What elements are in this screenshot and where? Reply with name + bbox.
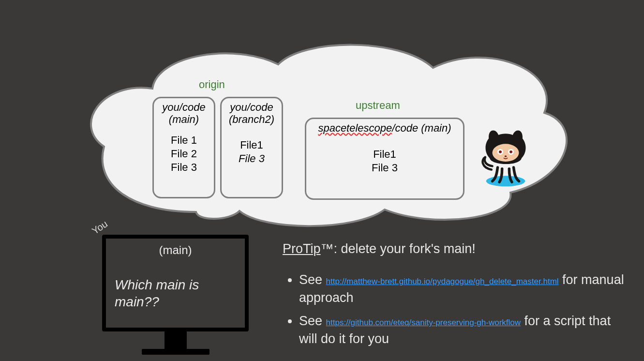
svg-point-4 [499, 150, 502, 153]
origin-label: origin [199, 78, 225, 91]
file-item: File 3 [224, 152, 280, 165]
protip-bullets: See http://matthew-brett.github.io/pydag… [283, 271, 631, 347]
protip-rest: ™: delete your fork's main! [321, 241, 476, 256]
link-manual-approach[interactable]: http://matthew-brett.github.io/pydagogue… [326, 277, 559, 286]
protip-heading: ProTip™: delete your fork's main! [283, 240, 631, 257]
bullet-item: See https://github.com/eteq/sanity-prese… [299, 312, 631, 347]
monitor-base [142, 349, 210, 355]
origin-main-box: you/code (main) File 1 File 2 File 3 [152, 97, 215, 198]
origin-branch2-box: you/code (branch2) File1 File 3 [220, 97, 283, 198]
repo-title-line1: you/code [230, 101, 273, 113]
monitor: You (main) Which main is main?? [102, 235, 249, 355]
upstream-main-box: spacetelescope/code (main) File1 File 3 [305, 118, 464, 200]
repo-title-line2: (main) [169, 113, 199, 125]
bullet-see: See [299, 272, 326, 287]
link-script[interactable]: https://github.com/eteq/sanity-preservin… [326, 318, 521, 327]
monitor-main-label: (main) [115, 243, 236, 257]
monitor-screen: (main) Which main is main?? [102, 235, 249, 331]
protip-block: ProTip™: delete your fork's main! See ht… [283, 240, 631, 353]
file-item: File1 [310, 148, 459, 161]
repo-title: spacetelescope/code (main) [310, 122, 459, 134]
repo-title: you/code (branch2) [224, 101, 280, 126]
protip-underlined: ProTip [283, 241, 321, 256]
bullet-see: See [299, 314, 326, 328]
file-item: File 2 [156, 147, 212, 161]
repo-title: you/code (main) [156, 101, 212, 126]
file-item: File 1 [156, 134, 212, 147]
octocat-icon [479, 125, 532, 188]
monitor-stand [165, 331, 187, 349]
upstream-label: upstream [356, 99, 400, 112]
repo-title-line1: you/code [162, 101, 205, 113]
svg-point-6 [505, 155, 507, 157]
repo-title-line2: (branch2) [229, 113, 274, 125]
repo-title-org: spacetelescope [318, 122, 392, 134]
file-item: File 3 [156, 161, 212, 174]
svg-point-5 [509, 150, 512, 153]
repo-title-rest: /code (main) [392, 122, 451, 134]
file-item: File 3 [310, 161, 459, 175]
you-label: You [90, 218, 110, 237]
monitor-question: Which main is main?? [115, 276, 236, 310]
file-item: File1 [224, 138, 280, 152]
bullet-item: See http://matthew-brett.github.io/pydag… [299, 271, 631, 306]
